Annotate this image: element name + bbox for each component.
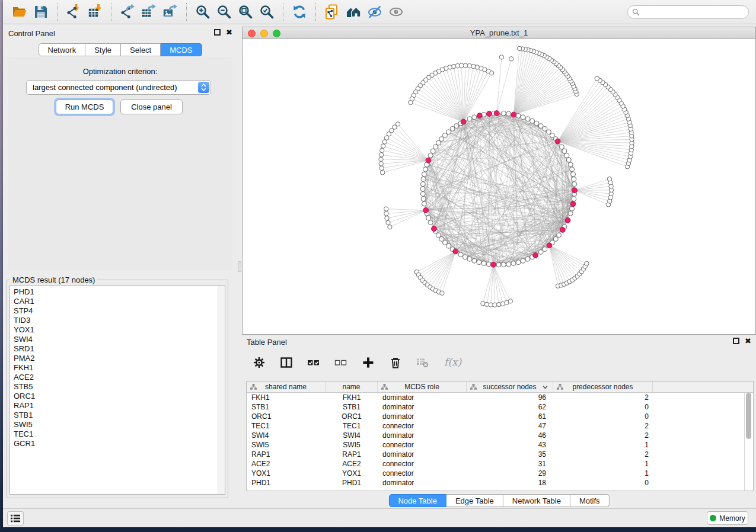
mcds-node[interactable]	[572, 188, 578, 193]
network-node[interactable]	[486, 262, 491, 267]
zoom-out-icon[interactable]	[215, 3, 233, 21]
mcds-node[interactable]	[453, 249, 458, 254]
network-node[interactable]	[423, 167, 428, 172]
network-node[interactable]	[388, 225, 392, 229]
network-node[interactable]	[422, 172, 426, 177]
table-tab-motifs[interactable]: Motifs	[570, 494, 610, 507]
columns-icon[interactable]	[280, 356, 293, 371]
network-node[interactable]	[477, 260, 481, 265]
minimize-window-icon[interactable]	[260, 30, 268, 37]
hide-graphics-icon[interactable]	[366, 3, 384, 21]
network-node[interactable]	[516, 260, 521, 265]
mcds-result-item[interactable]: SWI4	[14, 335, 225, 344]
table-scrollbar[interactable]	[744, 393, 753, 491]
network-node[interactable]	[436, 140, 441, 145]
network-node[interactable]	[496, 262, 501, 267]
mcds-node[interactable]	[491, 262, 496, 267]
table-row[interactable]: SWI4SWI4dominator462	[247, 431, 753, 440]
table-row[interactable]: PHD1PHD1dominator180	[247, 478, 753, 488]
network-node[interactable]	[384, 207, 388, 211]
mcds-result-item[interactable]: SRD1	[14, 344, 225, 354]
export-table-icon[interactable]	[140, 3, 158, 21]
import-network-icon[interactable]	[65, 3, 82, 21]
close-panel-button[interactable]: Close panel	[120, 100, 183, 114]
panel-splitter[interactable]	[237, 24, 242, 508]
network-node[interactable]	[506, 262, 511, 267]
network-node[interactable]	[570, 206, 575, 211]
network-node[interactable]	[379, 166, 384, 170]
zoom-in-icon[interactable]	[194, 3, 212, 21]
mcds-result-item[interactable]: STB1	[14, 411, 225, 420]
network-node[interactable]	[458, 252, 463, 257]
network-node[interactable]	[516, 113, 521, 118]
network-node[interactable]	[538, 124, 543, 129]
network-node[interactable]	[493, 303, 497, 307]
network-node[interactable]	[426, 216, 431, 220]
mcds-result-item[interactable]: ACE2	[14, 373, 225, 382]
mcds-result-item[interactable]: GCR1	[14, 439, 225, 448]
network-node[interactable]	[379, 162, 383, 166]
table-row[interactable]: SWI5SWI5connector431	[247, 440, 753, 450]
column-header-name[interactable]: name	[326, 382, 378, 392]
table-tab-node-table[interactable]: Node Table	[388, 494, 446, 507]
network-node[interactable]	[566, 158, 571, 162]
network-node[interactable]	[607, 177, 611, 181]
result-list-scrollbar[interactable]	[218, 286, 225, 494]
network-graph[interactable]	[243, 39, 755, 334]
network-node[interactable]	[595, 76, 599, 81]
network-node[interactable]	[386, 220, 390, 225]
export-image-icon[interactable]	[161, 3, 179, 21]
refresh-icon[interactable]	[291, 3, 308, 21]
network-node[interactable]	[467, 257, 472, 261]
mcds-node[interactable]	[565, 217, 570, 223]
search-input[interactable]	[640, 6, 748, 18]
save-icon[interactable]	[32, 3, 50, 21]
close-window-icon[interactable]	[248, 30, 256, 37]
mcds-node[interactable]	[461, 119, 466, 124]
mcds-node[interactable]	[533, 253, 538, 258]
network-node[interactable]	[559, 145, 564, 149]
network-node[interactable]	[428, 220, 433, 225]
network-node[interactable]	[481, 302, 485, 306]
mcds-node[interactable]	[511, 112, 516, 117]
network-node[interactable]	[467, 117, 472, 121]
mcds-result-item[interactable]: RAP1	[14, 401, 225, 411]
search-box[interactable]	[627, 5, 749, 19]
maximize-window-icon[interactable]	[273, 30, 280, 37]
mcds-node[interactable]	[570, 201, 576, 207]
mcds-node[interactable]	[477, 113, 482, 118]
network-node[interactable]	[428, 153, 433, 158]
network-node[interactable]	[506, 111, 511, 116]
mcds-node[interactable]	[560, 227, 565, 233]
network-node[interactable]	[572, 177, 576, 181]
network-node[interactable]	[585, 261, 589, 265]
network-node[interactable]	[497, 302, 501, 306]
export-network-icon[interactable]	[119, 3, 136, 21]
network-node[interactable]	[439, 137, 444, 142]
close-panel-icon[interactable]: ✖	[226, 29, 232, 36]
network-node[interactable]	[501, 262, 506, 267]
network-node[interactable]	[557, 233, 562, 238]
network-node[interactable]	[543, 126, 547, 131]
network-node[interactable]	[525, 117, 530, 121]
mcds-node[interactable]	[494, 111, 499, 116]
network-node[interactable]	[521, 258, 525, 263]
mcds-result-item[interactable]: STP4	[14, 306, 225, 316]
tab-select[interactable]: Select	[121, 43, 161, 56]
zoom-fit-icon[interactable]	[237, 3, 254, 21]
network-node[interactable]	[384, 136, 388, 140]
mcds-result-item[interactable]: TEC1	[14, 430, 225, 439]
network-node[interactable]	[385, 216, 389, 220]
criterion-select[interactable]: largest connected component (undirected)	[26, 80, 211, 95]
network-node[interactable]	[462, 255, 467, 259]
tab-mcds[interactable]: MCDS	[161, 43, 202, 56]
float-panel-icon[interactable]	[214, 29, 221, 36]
mcds-node[interactable]	[555, 139, 560, 144]
mcds-result-item[interactable]: PHD1	[14, 287, 225, 297]
select-all-icon[interactable]	[307, 356, 320, 371]
network-node[interactable]	[572, 197, 576, 201]
mcds-result-item[interactable]: ORC1	[14, 392, 225, 401]
mcds-node[interactable]	[547, 243, 552, 248]
network-node[interactable]	[530, 118, 535, 123]
network-node[interactable]	[420, 191, 425, 196]
